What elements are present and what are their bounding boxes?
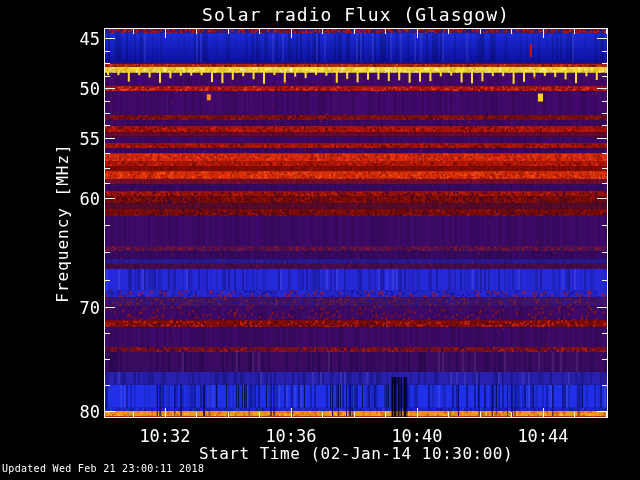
y-tick-label: 60 [80,189,100,209]
y-tick-label: 70 [80,298,100,318]
x-tick-label: 10:40 [391,426,442,446]
x-axis-title: Start Time (02-Jan-14 10:30:00) [199,444,513,463]
y-tick-label: 50 [80,79,100,99]
updated-timestamp: Updated Wed Feb 21 23:00:11 2018 [2,463,204,474]
solar-radio-flux-figure: Solar radio Flux (Glasgow) Start Time (0… [0,0,640,480]
chart-title: Solar radio Flux (Glasgow) [202,4,510,25]
x-tick-label: 10:44 [517,426,568,446]
y-tick-label: 45 [80,29,100,49]
y-axis-title: Frequency [MHz] [53,143,72,303]
y-tick-label: 80 [80,402,100,422]
x-tick-label: 10:32 [139,426,190,446]
x-tick-label: 10:36 [265,426,316,446]
y-tick-label: 55 [80,129,100,149]
